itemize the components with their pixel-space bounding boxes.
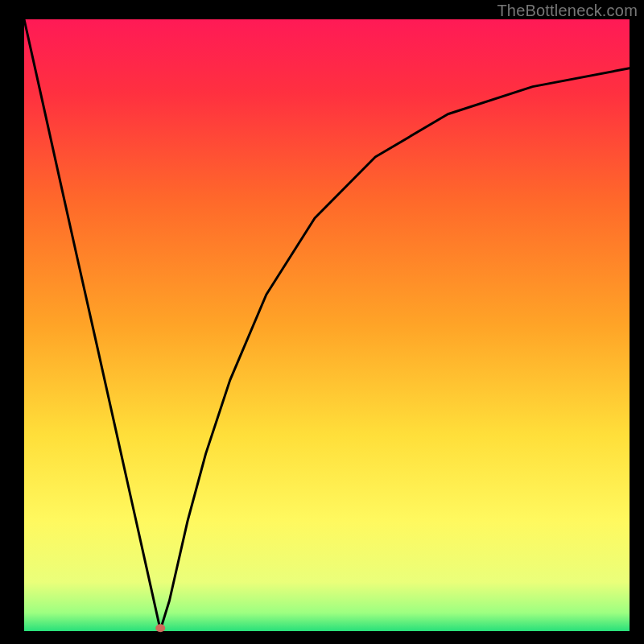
chart-frame: TheBottleneck.com (0, 0, 644, 644)
optimal-point-marker (155, 624, 165, 632)
bottleneck-chart (0, 0, 644, 644)
plot-background (24, 19, 630, 631)
watermark-text: TheBottleneck.com (497, 2, 638, 20)
